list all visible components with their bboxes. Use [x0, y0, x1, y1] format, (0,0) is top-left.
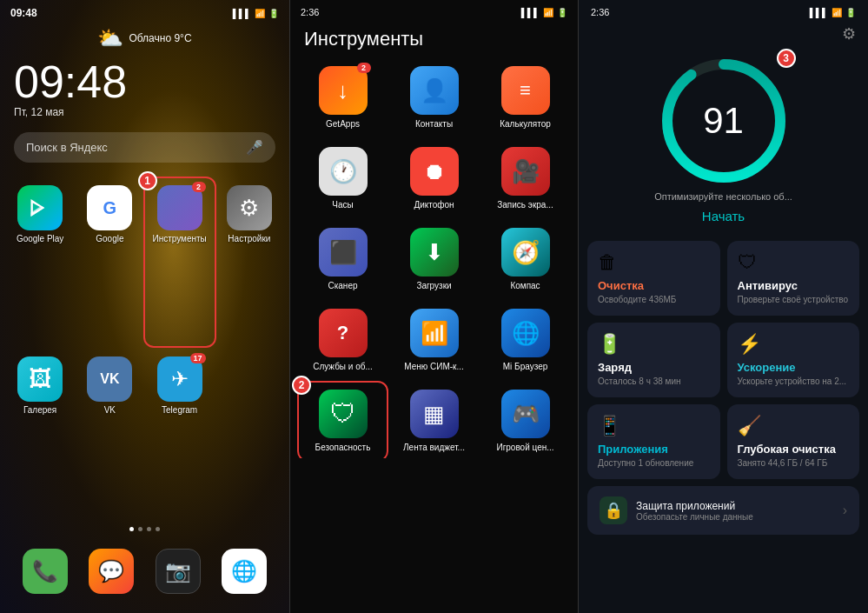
app-tools[interactable]: 1 2 Инструменты	[147, 180, 213, 344]
app-settings[interactable]: ⚙ Настройки	[216, 180, 282, 344]
drawer-app-mibrowser[interactable]: 🌐 Mi Браузер	[483, 303, 567, 377]
drawer-app-widget[interactable]: ▦ Лента виджет...	[392, 384, 476, 458]
app-label-settings: Настройки	[228, 234, 270, 244]
step-badge-3: 3	[777, 49, 796, 68]
drawer-icon-scanner: ⬛	[319, 228, 368, 277]
drawer-label-mibrowser: Mi Браузер	[503, 362, 548, 372]
dock-icon-chrome: 🌐	[222, 549, 267, 594]
card-cleanup[interactable]: 🗑 Очистка Освободите 436МБ	[587, 241, 720, 316]
drawer-icon-widget: ▦	[410, 390, 459, 438]
card-cleanup-title: Очистка	[598, 279, 710, 292]
start-button[interactable]: Начать	[702, 205, 745, 227]
dock-phone[interactable]: 📞	[14, 543, 76, 599]
status-icons-p2: ▌▌▌ 📶 🔋	[521, 8, 567, 17]
drawer-app-security[interactable]: 2 🛡 Безопасность	[301, 384, 385, 458]
status-icons-p3: ▌▌▌ 📶 🔋	[810, 8, 856, 17]
app-label-tools: Инструменты	[152, 234, 206, 244]
clock-date: Пт, 12 мая	[14, 106, 275, 118]
app-google[interactable]: G Google	[76, 180, 142, 344]
status-bar-panel3: 2:36 ▌▌▌ 📶 🔋	[579, 0, 868, 21]
drawer-label-widget: Лента виджет...	[403, 443, 465, 453]
drawer-label-contacts: Контакты	[415, 119, 453, 130]
drawer-label-getapps: GetApps	[326, 119, 360, 130]
drawer-app-games[interactable]: 🎮 Игровой цен...	[483, 384, 567, 458]
status-bar-panel2: 2:36 ▌▌▌ 📶 🔋	[290, 0, 578, 21]
score-subtitle: Оптимизируйте несколько об...	[654, 191, 792, 202]
dot-3	[147, 527, 151, 531]
wifi-icon: 📶	[255, 9, 265, 18]
app-gallery[interactable]: 🖼 Галерея	[7, 351, 73, 516]
dock-camera[interactable]: 📷	[147, 543, 209, 599]
app-label-telegram: Telegram	[162, 405, 197, 416]
settings-button[interactable]: ⚙	[842, 24, 856, 43]
card-boost-title: Ускорение	[738, 361, 850, 374]
clock-widget: 09:48 Пт, 12 мая	[0, 52, 289, 122]
search-bar[interactable]: Поиск в Яндекс 🎤	[14, 132, 275, 163]
dock-icon-phone: 📞	[23, 549, 68, 594]
bottom-dock: 📞 💬 📷 🌐	[0, 536, 289, 613]
drawer-app-compass[interactable]: 🧭 Компас	[483, 223, 567, 297]
app-label-gallery: Галерея	[23, 405, 56, 416]
protection-text: Защита приложений Обезопасьте личные дан…	[636, 500, 834, 522]
security-header: ⚙	[579, 21, 868, 47]
card-antivirus[interactable]: 🛡 Антивирус Проверьте своё устройство	[727, 241, 860, 316]
card-battery[interactable]: 🔋 Заряд Осталось 8 ч 38 мин	[587, 323, 720, 397]
card-apps-title: Приложения	[598, 443, 710, 456]
tools-badge: 2	[192, 182, 206, 192]
drawer-app-clock[interactable]: 🕐 Часы	[301, 142, 385, 216]
battery-icon-p2: 🔋	[557, 8, 567, 17]
signal-icon-p2: ▌▌▌	[521, 8, 540, 17]
card-antivirus-subtitle: Проверьте своё устройство	[738, 294, 850, 305]
app-empty	[216, 351, 282, 516]
app-google-play[interactable]: Google Play	[7, 180, 73, 344]
drawer-app-calculator[interactable]: ≡ Калькулятор	[483, 61, 567, 135]
drawer-app-miui[interactable]: ? Службы и об...	[301, 303, 385, 377]
weather-icon: ⛅	[97, 26, 123, 50]
drawer-title: Инструменты	[290, 21, 578, 61]
antivirus-icon: 🛡	[738, 251, 850, 274]
dock-chrome[interactable]: 🌐	[213, 543, 275, 599]
drawer-app-scanner[interactable]: ⬛ Сканер	[301, 223, 385, 297]
wifi-icon-p2: 📶	[543, 8, 553, 17]
app-vk[interactable]: VK VK	[76, 351, 142, 516]
drawer-app-contacts[interactable]: 👤 Контакты	[392, 61, 476, 135]
page-indicators	[0, 522, 289, 536]
card-deepclean-subtitle: Занято 44,6 ГБ / 64 ГБ	[738, 457, 850, 469]
card-deepclean[interactable]: 🧹 Глубокая очистка Занято 44,6 ГБ / 64 Г…	[727, 404, 860, 479]
drawer-app-downloads[interactable]: ⬇ Загрузки	[392, 223, 476, 297]
protection-subtitle: Обезопасьте личные данные	[636, 512, 834, 522]
mic-icon[interactable]: 🎤	[246, 139, 263, 156]
app-icon-settings: ⚙	[227, 185, 272, 230]
security-panel: 2:36 ▌▌▌ 📶 🔋 ⚙ 3	[579, 0, 868, 613]
dock-messages[interactable]: 💬	[80, 543, 142, 599]
protection-banner[interactable]: 🔒 Защита приложений Обезопасьте личные д…	[587, 486, 859, 535]
signal-icon: ▌▌▌	[233, 9, 251, 18]
drawer-label-recorder: Диктофон	[414, 200, 454, 210]
weather-widget: ⛅ Облачно 9°C	[0, 23, 289, 52]
status-icons: ▌▌▌ 📶 🔋	[233, 9, 279, 18]
clock-status: 09:48	[10, 7, 37, 19]
card-deepclean-title: Глубокая очистка	[738, 443, 850, 456]
app-telegram[interactable]: ✈ 17 Telegram	[147, 351, 213, 516]
step-badge-2: 2	[292, 376, 311, 395]
app-icon-tools: 2	[157, 185, 202, 230]
drawer-icon-clock: 🕐	[319, 147, 368, 196]
drawer-app-screenrec[interactable]: 🎥 Запись экра...	[483, 142, 567, 216]
drawer-app-getapps[interactable]: ↓ 2 GetApps	[301, 61, 385, 135]
dock-icon-messages: 💬	[89, 549, 134, 594]
score-ring: 3 91	[659, 56, 789, 186]
dot-1	[129, 527, 134, 531]
battery-icon: 🔋	[268, 9, 279, 18]
drawer-app-simcard[interactable]: 📶 Меню СИМ-к...	[392, 303, 476, 377]
drawer-app-grid: ↓ 2 GetApps 👤 Контакты ≡ Калькулятор 🕐 Ч…	[290, 61, 578, 458]
app-grid-row1: Google Play G Google 1 2 Инструменты	[0, 173, 289, 351]
chevron-right-icon: ›	[843, 503, 847, 518]
drawer-app-recorder[interactable]: ⏺ Диктофон	[392, 142, 476, 216]
card-boost[interactable]: ⚡ Ускорение Ускорьте устройство на 2...	[727, 323, 860, 397]
drawer-icon-security: 🛡	[319, 390, 368, 438]
drawer-label-miui: Службы и об...	[313, 362, 373, 372]
getapps-badge: 2	[357, 63, 371, 73]
card-cleanup-subtitle: Освободите 436МБ	[598, 294, 710, 305]
drawer-icon-screenrec: 🎥	[501, 147, 550, 196]
card-apps[interactable]: 📱 Приложения Доступно 1 обновление	[587, 404, 720, 479]
